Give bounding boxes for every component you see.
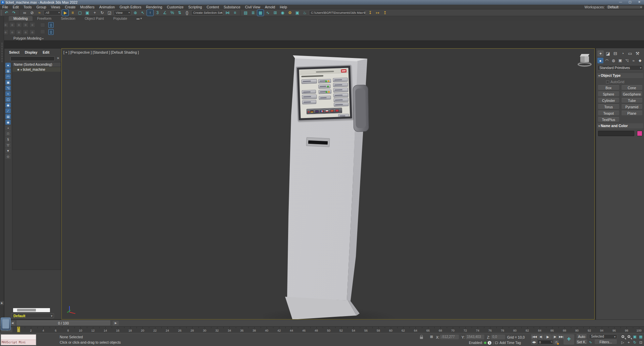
select-and-manipulate-icon[interactable]: ↖ bbox=[140, 10, 146, 16]
ribbon-tab-freeform[interactable]: Freeform bbox=[33, 16, 56, 21]
menu-tools[interactable]: Tools bbox=[21, 5, 34, 9]
key-filter-curve-icon[interactable]: ∿ bbox=[589, 340, 592, 344]
macro-recorder-pane[interactable] bbox=[1, 335, 36, 340]
create-sphere-button[interactable]: Sphere bbox=[598, 92, 620, 97]
create-tube-button[interactable]: Tube bbox=[621, 98, 643, 103]
dock-expand-button[interactable]: ▶ bbox=[0, 301, 4, 305]
filter-groups-icon[interactable]: ▢ bbox=[5, 97, 11, 102]
named-selection-sets-dropdown[interactable]: Create Selection Set bbox=[191, 10, 223, 15]
ribbon-tab-selection[interactable]: Selection bbox=[56, 16, 80, 21]
key-filters-button[interactable]: Filters... bbox=[594, 340, 617, 344]
create-box-button[interactable]: Box bbox=[598, 85, 620, 90]
menu-views[interactable]: Views bbox=[49, 5, 63, 9]
kiosk-menu-button[interactable] bbox=[302, 79, 317, 84]
window-crossing-toggle-icon[interactable]: ▣ bbox=[84, 10, 91, 16]
kiosk-help-button[interactable] bbox=[338, 114, 349, 118]
flag-fr-icon[interactable] bbox=[320, 110, 324, 112]
track-bar[interactable]: ∿ 02468101214161820222426283032343638404… bbox=[0, 326, 644, 333]
tab-modify[interactable]: ◪ bbox=[605, 50, 611, 57]
menu-modifiers[interactable]: Modifiers bbox=[78, 5, 97, 9]
create-torus-button[interactable]: Torus bbox=[598, 104, 620, 109]
kiosk-menu-button[interactable] bbox=[302, 90, 316, 94]
create-cone-button[interactable]: Cone bbox=[621, 85, 643, 90]
object-color-swatch[interactable] bbox=[637, 131, 642, 136]
viewcube-ring[interactable] bbox=[578, 62, 592, 67]
add-time-tag[interactable]: Add Time Tag bbox=[499, 341, 521, 345]
viewcube[interactable] bbox=[576, 53, 594, 69]
tab-hierarchy[interactable]: ⊟ bbox=[612, 50, 619, 57]
ribbon-tab-modeling[interactable]: Modeling bbox=[9, 16, 33, 21]
filter-containers-icon[interactable]: ▤ bbox=[5, 114, 11, 119]
category-systems[interactable]: ◆ bbox=[637, 58, 643, 63]
listener-corner-button[interactable] bbox=[1, 318, 11, 330]
set-key-button[interactable]: Set K. bbox=[576, 340, 588, 344]
project-folder-dropdown[interactable]: C:\Users\BGRT\Documents\3ds Max 2022 bbox=[309, 10, 366, 15]
current-frame-field[interactable]: 0 bbox=[538, 340, 553, 344]
clear-search-icon[interactable]: ✕ bbox=[57, 56, 59, 60]
kiosk-ticket-slot[interactable] bbox=[306, 137, 330, 147]
explorer-search-input[interactable] bbox=[10, 56, 55, 61]
create-pyramid-button[interactable]: Pyramid bbox=[621, 104, 643, 109]
menu-arnold[interactable]: Arnold bbox=[263, 5, 277, 9]
panel-small-tool-icon[interactable] bbox=[40, 23, 45, 27]
perspective-viewport[interactable]: [ + ] [Perspective ] [Standard ] [Defaul… bbox=[61, 48, 595, 320]
menu-file[interactable]: File bbox=[0, 5, 10, 9]
category-geometry[interactable]: ● bbox=[597, 58, 603, 63]
filter-lights-icon[interactable]: ◠ bbox=[5, 74, 11, 79]
explorer-menu-edit[interactable]: Edit bbox=[43, 50, 49, 54]
polygon-modeling-tool-icon[interactable]: ◆ bbox=[9, 22, 15, 27]
category-spacewarps[interactable]: ≈ bbox=[631, 58, 637, 63]
toggle-layer-explorer-icon[interactable]: ≣ bbox=[250, 10, 256, 16]
select-and-move-icon[interactable]: + bbox=[92, 10, 98, 16]
snaps-toggle-icon[interactable]: 3 bbox=[154, 10, 161, 16]
menu-content[interactable]: Content bbox=[204, 5, 221, 9]
rectangular-selection-region-icon[interactable]: ▢ bbox=[77, 10, 83, 16]
menu-rendering[interactable]: Rendering bbox=[144, 5, 164, 9]
polygon-modeling-label[interactable]: Polygon Modeling bbox=[13, 36, 44, 40]
kiosk-menu-button[interactable] bbox=[333, 78, 347, 82]
undo-icon[interactable]: ↶ bbox=[3, 10, 10, 16]
autogrid-checkbox[interactable] bbox=[606, 80, 609, 83]
previous-frame-button[interactable]: ◀| bbox=[538, 334, 543, 339]
flag-tr-icon[interactable] bbox=[335, 110, 339, 112]
viewport-label[interactable]: [ + ] [Perspective ] [Standard ] [Defaul… bbox=[63, 50, 139, 54]
select-object-icon[interactable]: ▶ bbox=[62, 10, 68, 16]
zoom-all-icon[interactable] bbox=[626, 334, 632, 339]
tab-create[interactable]: + bbox=[597, 50, 604, 57]
filter-hidden-icon[interactable]: □ bbox=[5, 131, 11, 136]
kiosk-menu-button[interactable] bbox=[334, 98, 348, 103]
key-filter-dropdown[interactable]: Selected bbox=[589, 334, 617, 339]
z-coord-field[interactable]: 0,0 bbox=[491, 335, 505, 339]
polygon-modeling-tool-icon[interactable]: ◆ bbox=[23, 30, 29, 35]
frame-step-arrows[interactable]: ◀▶ bbox=[531, 340, 537, 345]
kiosk-card-reader[interactable] bbox=[353, 85, 369, 132]
kiosk-menu-button[interactable] bbox=[333, 88, 348, 93]
explorer-menu-select[interactable]: Select bbox=[9, 50, 19, 54]
render-production-icon[interactable]: ♨ bbox=[302, 10, 308, 16]
kiosk-menu-button[interactable] bbox=[318, 84, 330, 89]
filter-geometry-icon[interactable]: ● bbox=[5, 63, 11, 68]
category-cameras[interactable]: ▣ bbox=[617, 58, 623, 63]
filter-basket-icon[interactable]: ◇ bbox=[5, 154, 11, 159]
object-name-field[interactable] bbox=[598, 131, 634, 136]
create-plane-button[interactable]: Plane bbox=[621, 111, 643, 116]
create-teapot-button[interactable]: Teapot bbox=[598, 111, 620, 116]
ribbon-overflow-icon[interactable]: ▬ ▾ bbox=[137, 17, 142, 21]
ribbon-tab-populate[interactable]: Populate bbox=[109, 16, 132, 21]
filter-helpers-icon[interactable]: ◹ bbox=[5, 85, 11, 91]
key-mode-time-icon[interactable]: ◷ bbox=[554, 340, 559, 345]
flag-de-icon[interactable] bbox=[310, 110, 314, 113]
select-and-link-icon[interactable]: ∞ bbox=[21, 10, 28, 16]
category-helpers[interactable]: ◹ bbox=[624, 58, 630, 63]
kiosk-menu-button[interactable] bbox=[302, 100, 316, 104]
render-setup-icon[interactable]: ⚙ bbox=[287, 10, 293, 16]
keyboard-shortcut-override-icon[interactable]: ↑ bbox=[147, 10, 153, 16]
filter-funnel-icon[interactable]: ▼ bbox=[5, 148, 11, 153]
orbit-icon[interactable]: ↻ bbox=[632, 340, 638, 345]
toolbar-grip[interactable] bbox=[1, 10, 2, 15]
toggle-ribbon-icon[interactable]: ▦ bbox=[257, 10, 264, 16]
active-layer-dropdown[interactable]: Default bbox=[11, 313, 54, 318]
maximize-viewport-icon[interactable]: ⊡ bbox=[638, 340, 644, 345]
bind-to-space-warp-icon[interactable]: ≈ bbox=[36, 10, 43, 16]
polygon-modeling-tool-icon[interactable]: ◆ bbox=[23, 22, 29, 27]
